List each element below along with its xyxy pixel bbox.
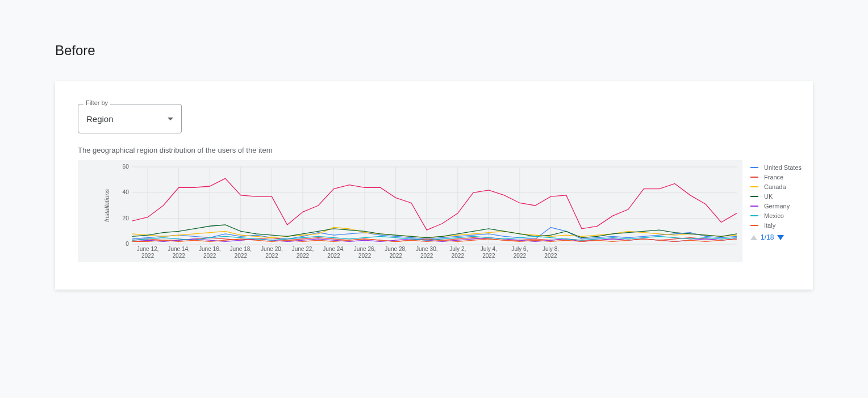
svg-text:July 6,: July 6, [511, 246, 528, 252]
legend-label: France [764, 174, 783, 181]
pager-text: 1/18 [761, 233, 774, 241]
svg-text:2022: 2022 [452, 253, 465, 259]
svg-text:June 24,: June 24, [323, 246, 345, 252]
svg-text:2022: 2022 [203, 253, 216, 259]
svg-text:2022: 2022 [141, 253, 155, 259]
svg-text:2022: 2022 [327, 253, 340, 259]
legend-label: United States [764, 164, 802, 171]
legend-item[interactable]: Italy [750, 220, 806, 230]
svg-text:June 22,: June 22, [292, 246, 314, 252]
legend: United StatesFranceCanadaUKGermanyMexico… [742, 160, 806, 262]
svg-text:June 28,: June 28, [385, 246, 407, 252]
svg-text:July 4,: July 4, [481, 246, 497, 252]
filter-by-field: Filter by Region [78, 104, 182, 133]
svg-text:2022: 2022 [389, 253, 402, 259]
svg-text:2022: 2022 [297, 253, 310, 259]
chart-row: 0204060InstallationsJune 12,2022June 14,… [78, 160, 806, 262]
svg-text:2022: 2022 [514, 253, 527, 259]
svg-text:60: 60 [123, 164, 130, 170]
svg-text:June 18,: June 18, [229, 246, 252, 252]
series-line[interactable] [132, 178, 737, 230]
chevron-down-icon [168, 118, 173, 120]
legend-swatch [750, 206, 758, 207]
legend-item[interactable]: France [750, 172, 806, 182]
chart-area: 0204060InstallationsJune 12,2022June 14,… [78, 160, 742, 262]
svg-text:0: 0 [126, 241, 129, 247]
svg-text:20: 20 [123, 215, 130, 221]
legend-label: UK [764, 193, 773, 200]
legend-swatch [750, 167, 758, 168]
svg-text:June 12,: June 12, [137, 246, 159, 252]
legend-item[interactable]: Mexico [750, 211, 806, 220]
svg-text:2022: 2022 [265, 253, 278, 259]
filter-select[interactable]: Region [78, 104, 182, 133]
svg-text:2022: 2022 [172, 253, 185, 259]
svg-text:2022: 2022 [482, 253, 495, 259]
filter-value: Region [86, 114, 114, 124]
pager-next-icon[interactable] [777, 235, 784, 240]
svg-text:July 2,: July 2, [449, 246, 466, 252]
legend-label: Canada [764, 183, 786, 190]
svg-text:June 30,: June 30, [416, 246, 438, 252]
legend-swatch [750, 225, 758, 226]
svg-text:2022: 2022 [544, 253, 557, 259]
svg-text:40: 40 [123, 189, 130, 195]
legend-swatch [750, 196, 758, 197]
svg-text:June 16,: June 16, [199, 246, 221, 252]
svg-text:June 26,: June 26, [354, 246, 376, 252]
legend-pager: 1/18 [750, 233, 806, 241]
legend-item[interactable]: United States [750, 162, 806, 172]
svg-text:2022: 2022 [358, 253, 372, 259]
svg-text:2022: 2022 [235, 253, 248, 259]
legend-swatch [750, 177, 758, 178]
legend-swatch [750, 215, 758, 216]
svg-text:June 20,: June 20, [261, 246, 283, 252]
legend-item[interactable]: Canada [750, 182, 806, 191]
svg-text:Installations: Installations [103, 189, 110, 222]
filter-label: Filter by [84, 99, 110, 106]
legend-swatch [750, 186, 758, 187]
legend-label: Germany [764, 203, 790, 210]
analytics-card: Filter by Region The geographical region… [55, 81, 813, 290]
svg-text:June 14,: June 14, [168, 246, 190, 252]
legend-label: Italy [764, 222, 775, 229]
svg-text:July 8,: July 8, [542, 246, 559, 252]
svg-text:2022: 2022 [420, 253, 433, 259]
pager-prev-icon [750, 235, 757, 240]
chart-description: The geographical region distribution of … [78, 146, 813, 154]
page-title: Before [0, 0, 868, 58]
legend-item[interactable]: Germany [750, 201, 806, 211]
legend-label: Mexico [764, 212, 784, 219]
legend-item[interactable]: UK [750, 191, 806, 201]
